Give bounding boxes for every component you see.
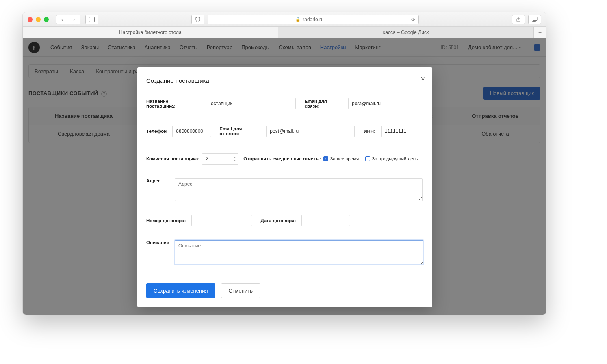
contract-num-label: Номер договора: [146,218,186,223]
contract-date-input[interactable] [301,215,350,226]
close-window-button[interactable] [28,17,33,22]
name-label: Название поставщика: [146,99,198,108]
svg-rect-3 [532,18,536,21]
commission-label: Комиссия поставщика: [146,156,199,161]
phone-input[interactable] [172,126,211,137]
description-textarea[interactable] [175,240,423,264]
sidebar-icon [89,17,95,22]
share-button[interactable] [512,15,525,24]
new-tab-button[interactable]: + [534,27,546,38]
commission-stepper[interactable]: ▲ ▼ [232,154,238,164]
forward-button[interactable]: › [68,15,80,24]
lock-icon: 🔒 [295,17,300,22]
report-email-input[interactable] [266,126,355,137]
close-modal-button[interactable]: × [421,75,425,83]
inn-input[interactable] [381,126,423,137]
tabs-icon [532,17,538,22]
address-bar[interactable]: 🔒 radario.ru ⟳ [208,15,419,24]
address-textarea[interactable] [175,178,423,201]
minimize-window-button[interactable] [36,17,41,22]
cancel-button[interactable]: Отменить [221,283,260,298]
tabs-button[interactable] [528,15,541,24]
address-bar-host: radario.ru [303,17,323,22]
all-time-label: За все время [330,156,359,161]
browser-tab-1[interactable]: касса – Google Диск [278,27,534,38]
svg-rect-4 [533,17,537,20]
contract-num-input[interactable] [191,215,252,226]
reader-button[interactable] [191,15,204,24]
share-icon [516,17,521,22]
address-label: Адрес [146,178,169,183]
browser-tab-label: касса – Google Диск [383,30,429,35]
browser-titlebar: ‹ › 🔒 radario.ru ⟳ [23,12,546,27]
reload-icon[interactable]: ⟳ [411,17,415,22]
save-button[interactable]: Сохранить изменения [146,283,215,298]
daily-reports-label: Отправлять ежедневные отчеты: [243,156,321,161]
inn-label: ИНН: [364,129,375,134]
checkbox-checked-icon: ✓ [323,156,328,161]
create-supplier-modal: Создание поставщика × Название поставщик… [137,67,432,307]
prev-day-checkbox[interactable]: За предыдущий день [365,156,418,161]
svg-rect-0 [89,17,95,22]
all-time-checkbox[interactable]: ✓ За все время [323,156,359,161]
toolbar-right [512,15,541,24]
contact-email-label: Email для связи: [305,99,343,108]
nav-back-forward: ‹ › [56,15,80,24]
name-input[interactable] [204,98,295,109]
contact-email-input[interactable] [348,98,423,109]
description-label: Описание [146,240,169,245]
chevron-up-icon: ▲ [232,156,238,159]
phone-label: Телефон [146,129,167,134]
checkbox-icon [365,156,370,161]
window-controls [28,17,49,22]
modal-title: Создание поставщика [146,77,423,84]
address-bar-area: 🔒 radario.ru ⟳ [102,15,509,24]
back-button[interactable]: ‹ [56,15,68,24]
browser-tabs: Настройка билетного стола касса – Google… [23,27,546,38]
browser-tab-0[interactable]: Настройка билетного стола [23,27,278,38]
page: r События Заказы Статистика Аналитика От… [23,38,546,315]
modal-actions: Сохранить изменения Отменить [146,283,423,298]
shield-icon [195,17,201,22]
report-email-label: Email для отчетов: [219,126,260,136]
prev-day-label: За предыдущий день [372,156,418,161]
chevron-down-icon: ▼ [232,159,238,162]
maximize-window-button[interactable] [44,17,49,22]
browser-tab-label: Настройка билетного стола [119,30,182,35]
browser-window: ‹ › 🔒 radario.ru ⟳ [23,12,546,315]
contract-date-label: Дата договора: [260,218,296,223]
sidebar-toggle-button[interactable] [85,15,98,24]
